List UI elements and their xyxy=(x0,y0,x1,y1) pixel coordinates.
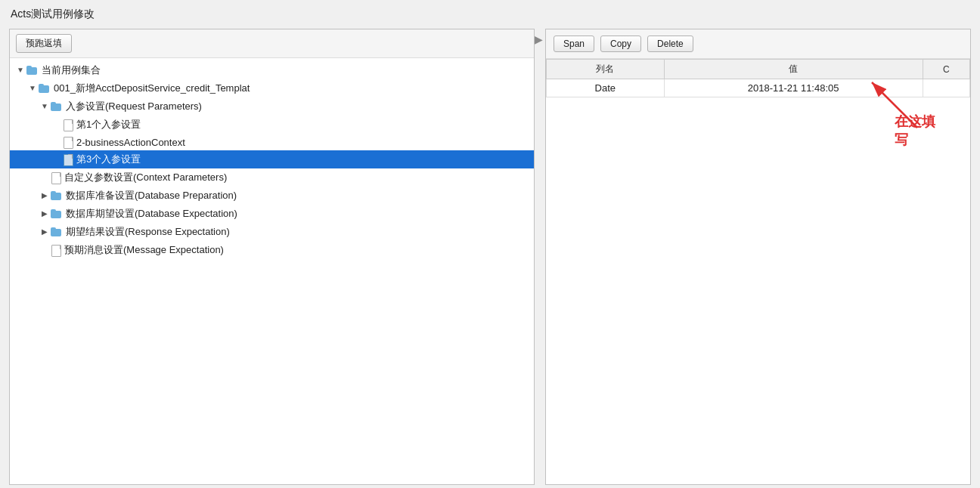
tree-item-dbprep[interactable]: ▶数据库准备设置(Database Preparation) xyxy=(10,187,534,205)
tree-item-label: 期望结果设置(Response Expectation) xyxy=(66,225,230,239)
tree-item-param1[interactable]: 第1个入参设置 xyxy=(10,116,534,134)
left-toolbar: 预跑返填 xyxy=(10,29,534,58)
tree-item-label: 入参设置(Request Parameters) xyxy=(66,100,202,113)
tree-item-context[interactable]: 自定义参数设置(Context Parameters) xyxy=(10,168,534,187)
folder-icon xyxy=(51,191,63,200)
data-table: 列名 值 C Date2018-11-21 11:48:05 xyxy=(546,59,970,97)
tree-item-msgexp[interactable]: 预期消息设置(Message Expectation) xyxy=(10,241,534,259)
folder-icon xyxy=(51,102,63,111)
file-icon xyxy=(63,119,73,131)
app-title: Acts测试用例修改 xyxy=(0,0,980,26)
chevron-icon xyxy=(52,137,61,147)
left-panel: 预跑返填 ▼当前用例集合▼001_新增AcctDepositService_cr… xyxy=(9,29,535,485)
tree-item-label: 第3个入参设置 xyxy=(76,153,141,166)
right-panel: Span Copy Delete 列名 值 C Date2018-11-21 1… xyxy=(545,29,971,485)
file-icon xyxy=(63,136,73,148)
tree-item-param3[interactable]: 第3个入参设置 xyxy=(10,150,534,168)
folder-icon xyxy=(26,66,39,75)
tree-item-label: 预期消息设置(Message Expectation) xyxy=(64,243,224,257)
folder-icon xyxy=(51,227,63,236)
col-header-name: 列名 xyxy=(547,60,665,79)
copy-button[interactable]: Copy xyxy=(600,36,641,52)
file-icon xyxy=(51,244,61,256)
pre-run-button[interactable]: 预跑返填 xyxy=(16,34,72,53)
table-row: Date2018-11-21 11:48:05 xyxy=(547,79,970,97)
file-icon xyxy=(63,153,73,165)
tree-item-request[interactable]: ▼入参设置(Request Parameters) xyxy=(10,97,534,116)
tree-item-label: 当前用例集合 xyxy=(42,63,101,77)
cell-value[interactable]: 2018-11-21 11:48:05 xyxy=(664,79,923,97)
tree-item-resexp[interactable]: ▶期望结果设置(Response Expectation) xyxy=(10,223,534,241)
right-toolbar: Span Copy Delete xyxy=(546,29,970,59)
panel-divider: ▶ xyxy=(535,26,542,485)
tree-item-dbexp[interactable]: ▶数据库期望设置(Database Expectation) xyxy=(10,205,534,223)
tree-item-label: 数据库期望设置(Database Expectation) xyxy=(66,207,237,221)
data-table-area: 列名 值 C Date2018-11-21 11:48:05 xyxy=(546,59,970,484)
chevron-icon: ▶ xyxy=(40,209,49,218)
col-header-value: 值 xyxy=(664,60,923,79)
tree-item-root[interactable]: ▼当前用例集合 xyxy=(10,61,534,79)
col-header-c: C xyxy=(923,60,969,79)
file-icon xyxy=(51,171,61,184)
chevron-icon xyxy=(52,155,61,164)
delete-button[interactable]: Delete xyxy=(647,36,693,52)
tree-item-label: 001_新增AcctDepositService_credit_Templat xyxy=(54,82,250,95)
chevron-icon: ▼ xyxy=(16,66,25,75)
cell-c xyxy=(923,79,969,97)
tree-area: ▼当前用例集合▼001_新增AcctDepositService_credit_… xyxy=(10,58,534,484)
chevron-icon: ▼ xyxy=(28,84,37,93)
cell-name: Date xyxy=(547,79,665,97)
folder-icon xyxy=(39,84,51,93)
tree-item-001[interactable]: ▼001_新增AcctDepositService_credit_Templat xyxy=(10,79,534,97)
tree-item-label: 第1个入参设置 xyxy=(76,118,141,131)
chevron-icon xyxy=(40,173,49,182)
chevron-icon: ▼ xyxy=(40,102,49,111)
tree-item-param2[interactable]: 2-businessActionContext xyxy=(10,134,534,150)
chevron-icon xyxy=(52,120,61,129)
folder-icon xyxy=(51,209,63,218)
chevron-icon: ▶ xyxy=(40,227,49,236)
chevron-icon xyxy=(40,246,49,255)
tree-item-label: 自定义参数设置(Context Parameters) xyxy=(64,171,227,184)
tree-item-label: 2-businessActionContext xyxy=(76,137,185,148)
span-button[interactable]: Span xyxy=(554,36,594,52)
chevron-icon: ▶ xyxy=(40,191,49,200)
tree-item-label: 数据库准备设置(Database Preparation) xyxy=(66,189,237,202)
